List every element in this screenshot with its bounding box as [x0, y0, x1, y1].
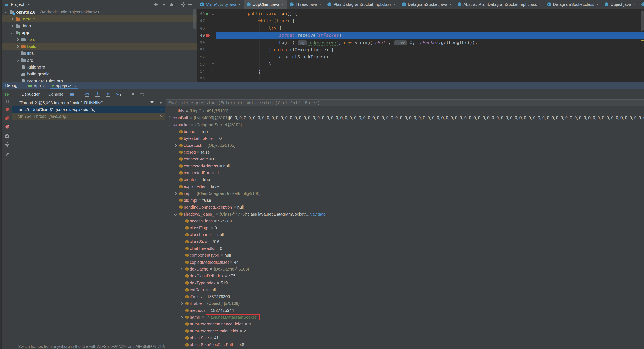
close-icon[interactable]: ×	[281, 2, 284, 6]
view-breakpoints-button[interactable]	[2, 116, 12, 120]
code-line-49[interactable]: 49✓ socket.receive(inPacket);	[197, 32, 644, 39]
editor-gutter[interactable]: 53-	[197, 61, 216, 68]
code-editor[interactable]: 46↑- public void run() {47- while (true)…	[197, 9, 644, 81]
code-line-48[interactable]: 48- try {	[197, 24, 644, 32]
chevron-down-icon[interactable]	[10, 32, 13, 34]
chevron-down-icon[interactable]	[168, 124, 171, 126]
collapse-all-icon[interactable]	[170, 2, 174, 6]
variable-row-clinitThreadId[interactable]: fclinitThreadId=0	[165, 245, 644, 252]
navigate-link[interactable]: Navigate	[309, 212, 326, 217]
variable-row-pendingConnectException[interactable]: fpendingConnectException=null	[165, 204, 644, 211]
fold-slot[interactable]: -	[210, 71, 215, 72]
resume-button[interactable]	[2, 93, 12, 96]
stop-button[interactable]	[2, 108, 12, 111]
editor-tab-UdpClient-java[interactable]: CUdpClient.java×	[244, 0, 286, 9]
variable-row-classLoader[interactable]: fclassLoader=null	[165, 231, 644, 238]
stack-frame-row[interactable]: run:49, UdpClient$1(com.example.okhttp)>	[12, 106, 165, 113]
fold-slot[interactable]: -	[210, 49, 215, 51]
editor-gutter[interactable]: 54-	[197, 68, 216, 75]
tree-item-libs[interactable]: libs	[2, 50, 196, 57]
variable-row-this[interactable]: this={UdpClient$1@5100}	[165, 108, 644, 114]
close-icon[interactable]: ×	[74, 84, 76, 88]
close-icon[interactable]: ×	[43, 84, 45, 88]
chevron-right-icon[interactable]	[168, 110, 171, 112]
variable-row-objectSizeAllocFastPath[interactable]: fobjectSizeAllocFastPath=48	[165, 341, 644, 348]
fold-marker-icon[interactable]: -	[212, 13, 214, 15]
editor-tab-MainActivity-java[interactable]: CMainActivity.java×	[197, 0, 244, 9]
gutter-icon-slot[interactable]: ✓	[205, 34, 210, 38]
editor-tab-PlainDatagramSocketImpl-class[interactable]: CPlainDatagramSocketImpl.class×	[324, 0, 399, 9]
editor-gutter[interactable]: 50	[197, 39, 216, 46]
filter-frames-icon[interactable]	[150, 101, 154, 104]
code-line-47[interactable]: 47- while (true) {	[197, 17, 644, 24]
variable-row-dexTypeIndex[interactable]: fdexTypeIndex=519	[165, 280, 644, 286]
evaluate-expression-bar[interactable]	[166, 99, 644, 106]
editor-tab-DatagramSocket-class[interactable]: CDatagramSocket.class×	[544, 0, 602, 9]
variable-row-name[interactable]: fname="java.net.DatagramSocket"	[165, 314, 644, 321]
variable-row-explicitFilter[interactable]: fexplicitFilter=false	[165, 183, 644, 190]
variable-row-classFlags[interactable]: fclassFlags=0	[165, 224, 644, 231]
editor-gutter[interactable]: 55-	[197, 75, 216, 82]
tree-item--gitignore[interactable]: .gitignore	[2, 64, 196, 70]
evaluate-expression-input[interactable]	[166, 100, 644, 105]
expand-all-icon[interactable]	[162, 2, 166, 6]
gutter-icon-slot[interactable]: ↑	[205, 12, 210, 16]
variable-row-shadow-klass-[interactable]: fshadow$_klass_={Class@4770} "class java…	[165, 211, 644, 218]
editor-tab-Object-java[interactable]: CObject.java×	[602, 0, 638, 9]
locate-file-icon[interactable]	[155, 3, 158, 6]
variable-row-bound[interactable]: fbound=true	[165, 128, 644, 135]
chevron-right-icon[interactable]	[16, 38, 19, 41]
variable-row-created[interactable]: fcreated=true	[165, 176, 644, 183]
close-icon[interactable]: ×	[596, 2, 598, 6]
variable-row-connectState[interactable]: fconnectState=0	[165, 156, 644, 162]
close-icon[interactable]: ×	[539, 2, 541, 6]
tree-item-proguard-rules-pro[interactable]: proguard-rules.pro	[2, 78, 196, 82]
chevron-right-icon[interactable]	[180, 302, 183, 305]
step-out-button[interactable]	[105, 92, 110, 97]
tree-item--cxx[interactable]: .cxx	[2, 36, 196, 43]
debug-session-tab-app[interactable]: app×	[25, 82, 48, 90]
code-line-54[interactable]: 54- }	[197, 68, 644, 75]
chevron-right-icon[interactable]	[174, 192, 177, 195]
fold-marker-icon[interactable]: -	[212, 27, 214, 29]
chevron-down-icon[interactable]	[160, 102, 162, 104]
frame-expand-icon[interactable]: >	[160, 108, 162, 112]
debug-session-tab-app-java[interactable]: app-java×	[48, 82, 79, 90]
editor-gutter[interactable]: 46↑-	[197, 10, 216, 17]
variable-row-socket[interactable]: socket={DatagramSocket@5102}	[165, 122, 644, 128]
tree-item--gradle[interactable]: .gradle	[2, 16, 196, 22]
chevron-right-icon[interactable]	[180, 316, 183, 319]
variable-row-connectedPort[interactable]: fconnectedPort=-1	[165, 170, 644, 176]
layout-settings-icon[interactable]	[140, 93, 144, 96]
chevron-down-icon[interactable]	[5, 11, 8, 14]
editor-gutter[interactable]: 48-	[197, 24, 216, 32]
tree-item--idea[interactable]: .idea	[2, 22, 196, 29]
tree-item-build[interactable]: build	[2, 43, 196, 50]
error-stripe-warning-mark[interactable]	[641, 40, 644, 41]
tree-item-src[interactable]: src	[2, 57, 196, 64]
variable-row-methods[interactable]: fmethods=1887425344	[165, 307, 644, 314]
tab-console[interactable]: Console	[47, 90, 65, 99]
fold-slot[interactable]: -	[210, 27, 215, 29]
fold-slot[interactable]: -	[210, 64, 215, 65]
tree-item-build-gradle[interactable]: build.gradle	[2, 71, 196, 78]
close-icon[interactable]: ×	[238, 2, 240, 6]
variable-row-impl[interactable]: fimpl={PlainDatagramSocketImpl@5106}	[165, 190, 644, 197]
chevron-right-icon[interactable]	[10, 24, 13, 27]
fold-marker-icon[interactable]: -	[212, 78, 214, 80]
stack-frame-row[interactable]: run:764, Thread(java.lang)>	[12, 113, 165, 120]
chevron-right-icon[interactable]	[16, 45, 19, 48]
variable-row-accessFlags[interactable]: faccessFlags=524289	[165, 218, 644, 224]
variable-row-iFields[interactable]: fiFields=1887278200	[165, 293, 644, 300]
variable-row-dexCache[interactable]: fdexCache={DexCache@5108}	[165, 266, 644, 272]
variable-row-oldImpl[interactable]: foldImpl=false	[165, 197, 644, 204]
chevron-right-icon[interactable]	[16, 59, 19, 62]
code-line-55[interactable]: 55- }	[197, 75, 644, 82]
evaluate-expression-button[interactable]	[132, 92, 135, 96]
close-icon[interactable]: ×	[319, 2, 321, 6]
variable-row-objectSize[interactable]: fobjectSize=41	[165, 334, 644, 341]
editor-gutter[interactable]: 52	[197, 54, 216, 61]
tree-item-okhttp2-6[interactable]: okhttp2.6~/AndroidStudioProjects/okhttp2…	[2, 9, 196, 16]
variable-row-bytesLeftToFilter[interactable]: fbytesLeftToFilter=0	[165, 135, 644, 142]
editor-tab-Thread-java[interactable]: CThread.java×	[286, 0, 324, 9]
